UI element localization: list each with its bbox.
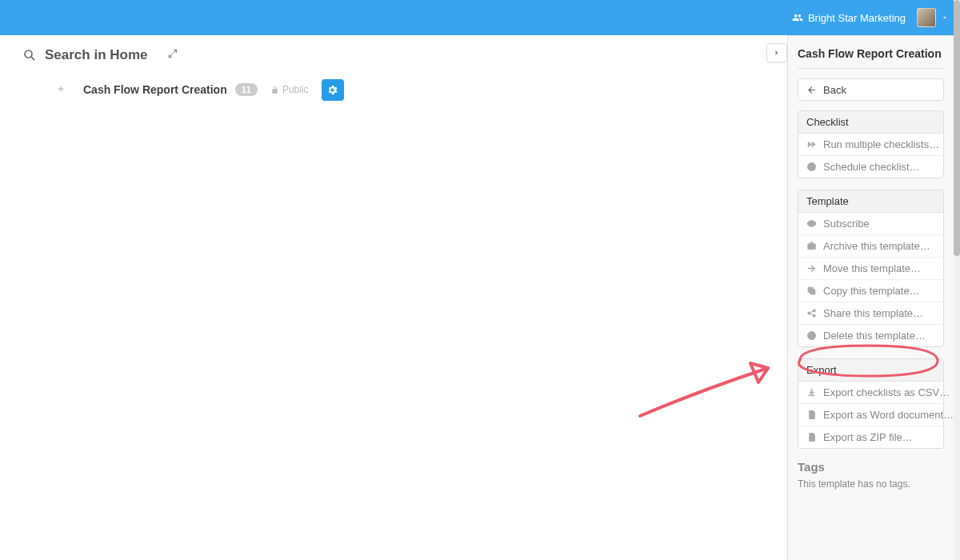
avatar[interactable] — [917, 8, 936, 27]
copy-icon — [806, 286, 817, 296]
search-icon — [22, 48, 37, 62]
panel-collapse-toggle[interactable] — [766, 43, 787, 62]
svg-rect-5 — [808, 287, 813, 292]
export-section: Export Export checklists as CSV… Export … — [798, 358, 944, 449]
org-switcher[interactable]: Bright Star Marketing — [792, 12, 906, 24]
svg-line-1 — [31, 57, 34, 60]
arrow-right-icon — [806, 263, 817, 274]
tags-header: Tags — [798, 460, 944, 474]
gear-icon — [326, 84, 338, 96]
template-section: Template Subscribe Archive this template… — [798, 190, 944, 347]
eye-icon — [806, 218, 817, 229]
unlock-icon — [270, 86, 279, 94]
fast-forward-icon — [806, 139, 817, 150]
x-circle-icon — [806, 330, 817, 341]
add-button[interactable] — [56, 82, 66, 97]
template-header: Template — [798, 190, 943, 213]
search-placeholder: Search in Home — [45, 47, 148, 63]
users-icon — [792, 12, 803, 23]
svg-point-0 — [25, 50, 32, 58]
share-template[interactable]: Share this template… — [798, 302, 943, 324]
page-title: Cash Flow Report Creation — [83, 83, 227, 96]
share-icon — [806, 308, 817, 318]
briefcase-icon — [806, 241, 817, 251]
file-word-icon — [806, 410, 817, 420]
settings-button[interactable] — [322, 79, 344, 101]
move-template[interactable]: Move this template… — [798, 257, 943, 279]
delete-template[interactable]: Delete this template… — [798, 324, 943, 346]
arrow-left-icon — [806, 85, 817, 95]
right-panel: Cash Flow Report Creation Back Checklist… — [787, 35, 954, 560]
caret-down-icon — [941, 14, 949, 22]
plus-icon — [56, 84, 66, 94]
scrollbar-thumb[interactable] — [954, 0, 960, 256]
task-count-badge: 11 — [235, 83, 258, 96]
account-dropdown-caret[interactable] — [941, 12, 949, 24]
tags-empty-message: This template has no tags. — [798, 478, 944, 490]
export-csv[interactable]: Export checklists as CSV… — [798, 382, 943, 403]
download-icon — [806, 387, 817, 398]
archive-template[interactable]: Archive this template… — [798, 234, 943, 257]
file-zip-icon — [806, 432, 817, 442]
visibility-label: Public — [282, 84, 309, 95]
schedule-checklist[interactable]: Schedule checklist… — [798, 155, 943, 178]
topbar: Bright Star Marketing — [0, 0, 960, 35]
run-multiple-checklists[interactable]: Run multiple checklists… — [798, 134, 943, 155]
clock-icon — [806, 162, 817, 172]
checklist-header: Checklist — [798, 111, 943, 134]
export-word[interactable]: Export as Word document… — [798, 403, 943, 426]
panel-title: Cash Flow Report Creation — [798, 47, 944, 60]
search-input-wrapper[interactable]: Search in Home — [22, 47, 148, 63]
chevron-right-icon — [772, 48, 782, 58]
export-zip[interactable]: Export as ZIP file… — [798, 426, 943, 448]
export-header: Export — [798, 359, 943, 382]
back-button[interactable]: Back — [798, 78, 944, 101]
copy-template[interactable]: Copy this template… — [798, 279, 943, 302]
divider — [798, 68, 944, 69]
checklist-section: Checklist Run multiple checklists… Sched… — [798, 110, 944, 178]
visibility-indicator[interactable]: Public — [270, 84, 309, 95]
subscribe[interactable]: Subscribe — [798, 213, 943, 234]
svg-point-3 — [810, 222, 813, 225]
expand-icon[interactable] — [167, 48, 178, 62]
back-label: Back — [823, 84, 846, 96]
org-name: Bright Star Marketing — [808, 12, 906, 24]
